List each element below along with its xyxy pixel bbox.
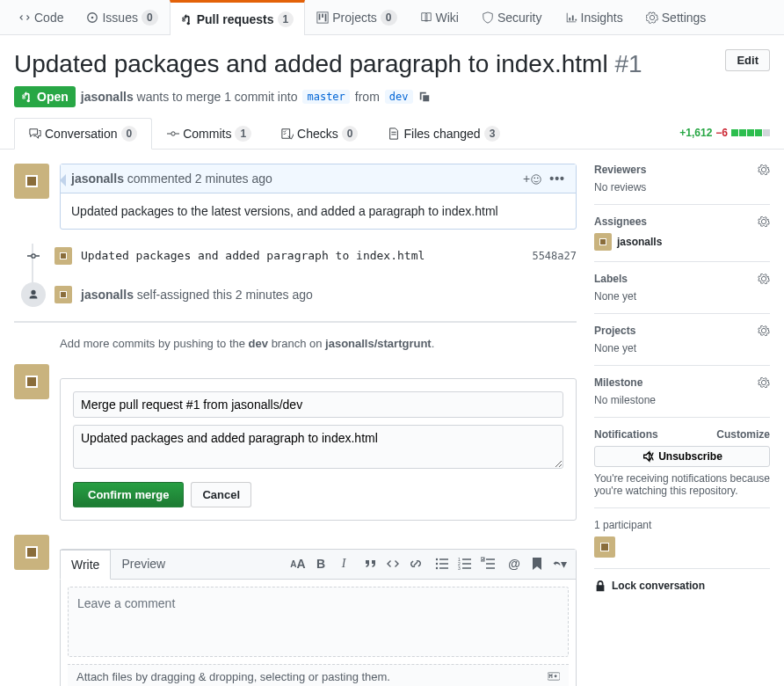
bold-icon[interactable]: B (314, 557, 328, 571)
gear-icon[interactable] (758, 325, 770, 337)
confirm-merge-button[interactable]: Confirm merge (73, 482, 184, 507)
nav-projects[interactable]: Projects 0 (305, 0, 408, 34)
markdown-icon[interactable] (548, 670, 560, 682)
gear-icon[interactable] (758, 164, 770, 176)
sidebar-labels-value: None yet (594, 290, 770, 303)
quote-icon[interactable] (363, 557, 377, 571)
merge-body-input[interactable]: Updated packages and added paragraph to … (73, 425, 563, 469)
reply-icon[interactable]: ▾ (553, 557, 567, 571)
event-author[interactable]: jasonalls (81, 288, 134, 302)
merge-title-input[interactable] (73, 391, 563, 418)
link-icon[interactable] (409, 557, 423, 571)
commit-event: Updated packages and added paragraph to … (21, 244, 577, 268)
comment-author[interactable]: jasonalls (71, 172, 124, 186)
sidebar-assignees: Assignees jasonalls (594, 215, 770, 262)
nav-settings[interactable]: Settings (635, 0, 718, 34)
svg-point-10 (32, 253, 35, 257)
italic-icon[interactable]: I (337, 557, 351, 571)
cancel-merge-button[interactable]: Cancel (191, 482, 251, 507)
pr-number: #1 (614, 50, 642, 77)
tasklist-icon[interactable] (481, 557, 495, 571)
pr-author[interactable]: jasonalls (81, 90, 134, 104)
avatar[interactable] (54, 286, 72, 303)
shield-icon (482, 11, 494, 24)
sidebar: Reviewers No reviews Assignees jasonalls… (594, 164, 770, 686)
attach-hint-text[interactable]: Attach files by dragging & dropping, sel… (76, 670, 390, 683)
nav-projects-label: Projects (332, 11, 377, 25)
nav-projects-count: 0 (381, 10, 397, 26)
base-branch[interactable]: master (302, 90, 349, 104)
head-branch[interactable]: dev (385, 90, 413, 104)
write-tab[interactable]: Write (60, 550, 111, 580)
sidebar-reviewers-value: No reviews (594, 181, 770, 193)
gear-icon[interactable] (758, 273, 770, 285)
tab-checks-label: Checks (297, 127, 338, 141)
tab-conversation-label: Conversation (45, 127, 118, 141)
event-text: self-assigned this 2 minutes ago (137, 288, 313, 302)
nav-security-label: Security (497, 11, 542, 25)
nav-code[interactable]: Code (7, 0, 75, 34)
comment-menu[interactable]: ••• (549, 172, 565, 186)
customize-link[interactable]: Customize (716, 428, 770, 441)
nav-issues-count: 0 (142, 10, 158, 26)
diff-additions: +1,612 (679, 127, 712, 139)
pr-title-text: Updated packages and added paragraph to … (14, 50, 608, 77)
svg-point-9 (537, 177, 539, 179)
code-icon[interactable] (386, 557, 400, 571)
comment-time: 2 minutes ago (195, 172, 272, 186)
tab-files[interactable]: Files changed 3 (373, 118, 515, 149)
bookmark-icon[interactable] (530, 557, 544, 571)
gear-icon[interactable] (758, 215, 770, 228)
copy-icon[interactable] (418, 91, 431, 103)
comment-action: commented (127, 172, 192, 186)
nav-insights[interactable]: Insights (554, 0, 635, 34)
smiley-icon (530, 173, 542, 186)
list-ordered-icon[interactable]: 123 (458, 557, 472, 571)
comment-textarea[interactable]: Leave a comment (68, 587, 569, 657)
nav-pulls-label: Pull requests (197, 12, 274, 26)
commit-message[interactable]: Updated packages and added paragraph to … (81, 249, 425, 262)
code-icon (18, 11, 31, 24)
tab-checks[interactable]: Checks 0 (266, 118, 373, 149)
mention-icon[interactable]: @ (507, 557, 521, 571)
pr-meta: Open jasonalls wants to merge 1 commit i… (14, 86, 770, 107)
nav-wiki[interactable]: Wiki (409, 0, 470, 34)
pr-state-badge: Open (14, 86, 76, 107)
edit-button[interactable]: Edit (725, 49, 770, 71)
pr-meta-text: wants to merge 1 commit into (137, 90, 298, 104)
avatar[interactable] (54, 247, 72, 265)
diff-deletions: −6 (715, 127, 728, 139)
list-unordered-icon[interactable] (435, 557, 449, 571)
nav-issues[interactable]: Issues 0 (75, 0, 169, 34)
nav-security[interactable]: Security (470, 0, 554, 34)
main-content: jasonalls commented 2 minutes ago + ••• … (0, 150, 784, 686)
svg-point-13 (436, 567, 438, 569)
reaction-add[interactable]: + (523, 172, 542, 186)
sidebar-labels: Labels None yet (594, 273, 770, 314)
lock-conversation[interactable]: Lock conversation (594, 580, 770, 592)
graph-icon (565, 11, 577, 24)
mute-icon (642, 450, 654, 463)
unsubscribe-button[interactable]: Unsubscribe (594, 446, 770, 467)
person-icon (21, 282, 46, 307)
nav-pulls[interactable]: Pull requests 1 (170, 0, 306, 35)
pr-header: Updated packages and added paragraph to … (0, 35, 784, 107)
svg-point-7 (532, 174, 541, 184)
sidebar-participants: 1 participant (594, 519, 770, 569)
tab-commits-count: 1 (235, 126, 251, 142)
pull-request-icon (21, 91, 33, 103)
avatar[interactable] (14, 535, 49, 570)
commit-sha[interactable]: 5548a27 (532, 250, 577, 262)
participant-avatar[interactable] (594, 536, 615, 558)
assignee-item[interactable]: jasonalls (594, 233, 770, 251)
tab-conversation[interactable]: Conversation 0 (14, 118, 152, 150)
tab-checks-count: 0 (342, 126, 359, 142)
avatar[interactable] (14, 364, 49, 399)
preview-tab[interactable]: Preview (111, 550, 176, 578)
gear-icon[interactable] (758, 376, 770, 389)
tab-commits[interactable]: Commits 1 (152, 118, 266, 149)
heading-icon[interactable]: AA (291, 557, 305, 571)
avatar[interactable] (14, 164, 49, 199)
svg-rect-5 (325, 14, 327, 22)
pr-state-label: Open (37, 90, 69, 104)
